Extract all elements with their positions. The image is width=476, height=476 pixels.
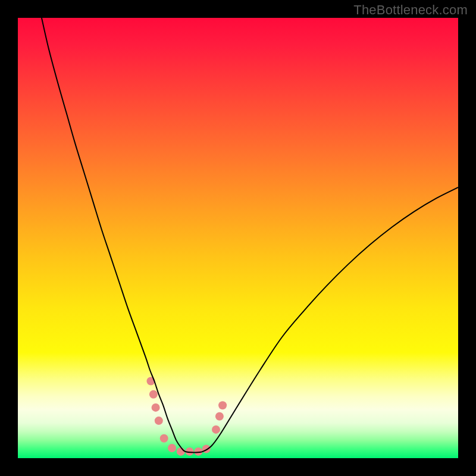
marker-dots	[146, 377, 227, 455]
marker-dot	[149, 390, 158, 399]
marker-dot	[212, 425, 220, 434]
plot-area	[18, 18, 458, 458]
marker-dot	[155, 416, 163, 425]
marker-dot	[215, 412, 224, 421]
bottleneck-curve	[42, 18, 458, 452]
marker-dot	[160, 434, 168, 443]
chart-container: TheBottleneck.com	[0, 0, 476, 476]
watermark-text: TheBottleneck.com	[353, 2, 468, 18]
curve-layer	[18, 18, 458, 458]
marker-dot	[152, 403, 160, 412]
marker-dot	[177, 447, 185, 456]
marker-dot	[218, 401, 227, 409]
marker-dot	[168, 444, 176, 452]
